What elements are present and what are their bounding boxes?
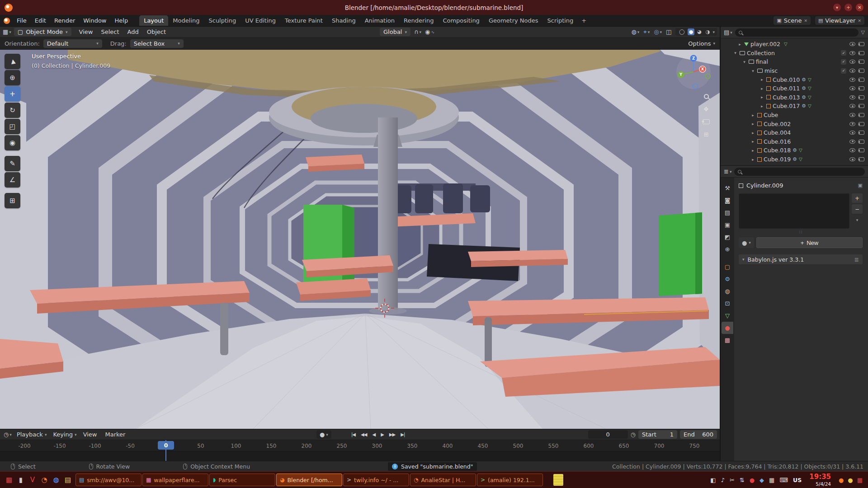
clock-icon[interactable]: ◷ — [631, 431, 636, 438]
selectable-checkbox[interactable] — [841, 59, 846, 65]
menu-item[interactable]: Help — [111, 16, 132, 25]
pin-icon[interactable]: ▣ — [858, 183, 863, 188]
properties-tab[interactable]: ⊕ — [722, 243, 733, 255]
disable-render-icon[interactable] — [859, 148, 864, 152]
workspace-tab[interactable]: Scripting — [543, 15, 578, 26]
viewport-menu-item[interactable]: View — [75, 27, 97, 37]
outliner-row[interactable]: ▸ Cube.017 ⚙ ▽ — [721, 102, 868, 111]
add-slot-button[interactable]: + — [852, 193, 863, 203]
hide-viewport-icon[interactable] — [849, 122, 855, 126]
current-frame-field[interactable]: 0 — [588, 430, 628, 439]
taskbar-window-button[interactable]: ◕ Blender [/hom... — [276, 474, 342, 486]
playback-button[interactable]: ▶| — [398, 431, 407, 438]
drag-dropdown[interactable]: Select Box ▾ — [130, 39, 184, 48]
tool-button[interactable]: ⊞ — [5, 193, 20, 208]
playback-button[interactable]: ▶ — [378, 431, 386, 438]
resize-grip[interactable]: ∷ — [739, 230, 863, 235]
timeline-track-area[interactable] — [0, 451, 720, 461]
workspace-tab[interactable]: Animation — [360, 15, 399, 26]
launcher-icon[interactable]: ◍ — [51, 474, 61, 485]
keyboard-layout-indicator[interactable]: US — [793, 477, 802, 483]
timeline-menu-item[interactable]: Marker — [102, 430, 130, 439]
disclosure-arrow[interactable]: ▾ — [750, 69, 755, 73]
hide-viewport-icon[interactable] — [849, 157, 855, 161]
3d-scene[interactable] — [0, 50, 720, 429]
hide-viewport-icon[interactable] — [849, 42, 855, 46]
disclosure-arrow[interactable]: ▸ — [760, 95, 764, 99]
properties-tab[interactable]: ⊡ — [722, 297, 733, 310]
disable-render-icon[interactable] — [859, 122, 864, 126]
timeline-menu-item[interactable]: Playback ▾ — [14, 430, 50, 439]
properties-search[interactable] — [734, 168, 865, 176]
disclosure-arrow[interactable]: ▸ — [760, 77, 764, 82]
frame-start-field[interactable]: Start 1 — [638, 430, 677, 439]
hide-viewport-icon[interactable] — [849, 51, 855, 55]
hide-viewport-icon[interactable] — [849, 148, 855, 152]
disable-render-icon[interactable] — [859, 131, 864, 135]
outliner-row[interactable]: ▾ misc — [721, 66, 868, 75]
shading-dropdown-icon[interactable]: ▾ — [712, 30, 715, 34]
disclosure-arrow[interactable]: ▸ — [750, 157, 755, 162]
viewport-menu-item[interactable]: Add — [123, 27, 143, 37]
scene-selector[interactable]: ▣ Scene ✕ — [774, 16, 811, 25]
viewport-menu-item[interactable]: Select — [97, 27, 123, 37]
tool-button[interactable]: + — [5, 86, 20, 102]
hide-viewport-icon[interactable] — [849, 95, 855, 99]
workspace-tab[interactable]: Rendering — [399, 15, 438, 26]
shading-mode-button[interactable]: ◯ — [678, 28, 686, 35]
hide-viewport-icon[interactable] — [849, 60, 855, 64]
properties-tab[interactable]: ⚙ — [722, 273, 733, 285]
filter-icon[interactable]: ▽ — [861, 29, 865, 35]
outliner-row[interactable]: ▸ Cube.018 ⚙ ▽ — [721, 146, 868, 155]
tray-icon[interactable]: ⇅ — [740, 477, 745, 483]
tool-button[interactable]: ∠ — [5, 172, 20, 188]
menu-item[interactable]: Render — [50, 16, 79, 25]
disclosure-arrow[interactable]: ▸ — [760, 86, 764, 91]
disable-render-icon[interactable] — [859, 104, 864, 108]
tray-icon[interactable]: ◆ — [760, 477, 764, 483]
hide-viewport-icon[interactable] — [849, 78, 855, 82]
shading-mode-button[interactable]: ◕ — [696, 28, 703, 35]
tool-button[interactable]: ↻ — [5, 103, 20, 118]
disable-render-icon[interactable] — [859, 140, 864, 144]
disclosure-arrow[interactable]: ▸ — [737, 42, 742, 47]
outliner-search-input[interactable] — [745, 29, 855, 36]
properties-tab[interactable]: ▢ — [722, 261, 733, 273]
tray-icon[interactable]: ▦ — [857, 477, 863, 483]
disable-render-icon[interactable] — [859, 69, 864, 73]
hide-viewport-icon[interactable] — [849, 131, 855, 135]
auto-keying-toggle[interactable]: ● ▾ — [316, 430, 331, 439]
menu-item[interactable]: Edit — [31, 16, 50, 25]
disclosure-arrow[interactable]: ▸ — [750, 131, 755, 135]
camera-view-icon[interactable] — [703, 119, 710, 124]
3d-viewport[interactable]: User Perspective (0) Collection | Cylind… — [0, 50, 720, 429]
material-slot-list[interactable] — [739, 193, 849, 229]
selectable-checkbox[interactable] — [841, 68, 846, 74]
slot-specials-icon[interactable]: ▾ — [852, 215, 863, 225]
outliner-row[interactable]: ▸ player.002 ▽ — [721, 40, 868, 49]
disable-render-icon[interactable] — [859, 42, 864, 46]
properties-tab[interactable]: ◍ — [722, 285, 733, 297]
pan-icon[interactable]: ✥ — [704, 106, 709, 113]
editor-type-button[interactable]: ▤ ▾ — [724, 29, 732, 36]
remove-view-layer-icon[interactable]: ✕ — [858, 19, 861, 23]
outliner-row[interactable]: ▸ Cube.010 ⚙ ▽ — [721, 75, 868, 84]
timeline-menu-item[interactable]: Keying ▾ — [50, 430, 80, 439]
playback-button[interactable]: ▶▶ — [387, 431, 397, 438]
workspace-tab[interactable]: Sculpting — [204, 15, 241, 26]
navigation-gizmo[interactable]: Z Y X — [675, 53, 712, 92]
header-toggle[interactable]: ◍ ▾ — [631, 28, 639, 36]
tool-button[interactable]: ◰ — [5, 119, 20, 134]
tray-icon[interactable]: ✂ — [730, 477, 735, 483]
view-layer-selector[interactable]: ▤ ViewLayer ✕ — [815, 16, 864, 25]
launcher-icon[interactable]: ◔ — [39, 474, 50, 485]
babylon-section-header[interactable]: ▾ Babylon.js ver 3.3.1 ≣ — [739, 254, 863, 264]
properties-tab[interactable]: ▽ — [722, 310, 733, 322]
taskbar-window-button[interactable]: ▦ wallpaperflare... — [142, 474, 208, 486]
proportional-editing-toggle[interactable]: ◉ ∿ — [425, 28, 434, 35]
editor-type-button[interactable]: ≣ ▾ — [724, 168, 731, 175]
outliner-row[interactable]: ▸ Cube.016 — [721, 137, 868, 146]
outliner-row[interactable]: ▸ Cube.011 ⚙ ▽ — [721, 84, 868, 93]
taskbar-window-button[interactable]: ◗ Parsec — [209, 474, 275, 486]
perspective-toggle-icon[interactable]: ⊞ — [704, 131, 709, 138]
